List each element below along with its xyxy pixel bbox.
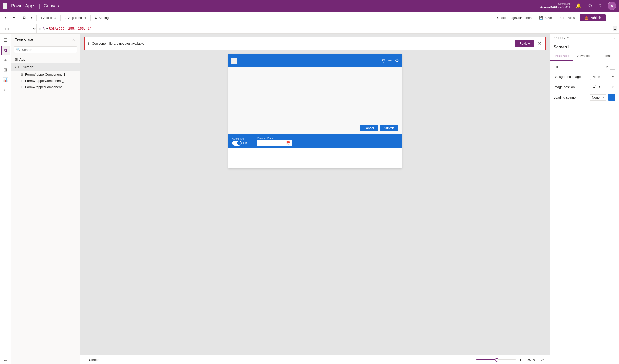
grid-icon[interactable]: ⊞ bbox=[3, 3, 7, 9]
more-options-button[interactable]: ⋯ bbox=[113, 14, 122, 22]
app-header: ← ▽ ✏ ⚙ bbox=[228, 54, 402, 67]
image-position-select[interactable]: 🖼 Fit bbox=[590, 84, 615, 90]
settings-button[interactable]: ⚙ Settings bbox=[93, 15, 112, 21]
autosave-toggle[interactable] bbox=[232, 141, 242, 146]
toolbar-more-button[interactable]: ⋯ bbox=[608, 14, 616, 22]
undo-chevron-button[interactable]: ▾ bbox=[11, 15, 17, 21]
formula-text[interactable]: RGBA(255, 255, 255, 1) bbox=[49, 27, 92, 30]
loading-spinner-select[interactable]: None bbox=[590, 94, 606, 101]
gear-icon[interactable]: ⚙ bbox=[395, 58, 399, 63]
right-panel-tabs: Properties Advanced Ideas bbox=[550, 51, 619, 61]
fx-chevron-icon[interactable]: ▾ bbox=[46, 27, 48, 30]
expand-icon[interactable]: ▾ bbox=[15, 66, 16, 68]
tree-item-app[interactable]: ⊞ App bbox=[11, 56, 80, 63]
loading-color-swatch[interactable] bbox=[608, 94, 615, 101]
left-icon-bar: ☰ ⧉ ＋ ⊞ 📊 ↔ ⊂ bbox=[0, 34, 11, 364]
property-selector[interactable]: Fill bbox=[2, 24, 37, 33]
fx-label: fx bbox=[43, 27, 45, 31]
screen1-more-button[interactable]: ⋯ bbox=[70, 64, 76, 70]
zoom-slider-thumb[interactable] bbox=[495, 358, 498, 362]
screen-status-name: Screen1 bbox=[89, 358, 101, 362]
help-icon[interactable]: ? bbox=[598, 2, 603, 10]
environment-name: AuroraBAPEnv0041f bbox=[540, 5, 570, 9]
bg-image-select[interactable]: None bbox=[590, 74, 615, 80]
filter-icon[interactable]: ▽ bbox=[382, 58, 385, 63]
tree-item-screen1[interactable]: ▾ ☐ Screen1 ⋯ bbox=[11, 63, 80, 71]
screen-icon: ☐ bbox=[18, 65, 21, 69]
autosave-field: AutoSave On bbox=[232, 137, 247, 146]
notification-icon[interactable]: 🔔 bbox=[575, 2, 582, 10]
copy-button[interactable]: ⧉ bbox=[21, 14, 28, 21]
panel-collapse-button[interactable]: › bbox=[614, 36, 615, 40]
layers-button[interactable]: ⧉ bbox=[1, 46, 10, 55]
search-input[interactable] bbox=[22, 48, 75, 52]
component-icon-2: ⊞ bbox=[21, 79, 24, 83]
app-submit-button[interactable]: Submit bbox=[380, 125, 398, 131]
review-button[interactable]: Review bbox=[515, 40, 534, 47]
tab-advanced[interactable]: Advanced bbox=[573, 51, 596, 61]
chevron-down-icon-2: ▾ bbox=[31, 16, 33, 20]
undo-button[interactable]: ↩ bbox=[3, 14, 10, 21]
toolbar: ↩ ▾ ⧉ ▾ + Add data ✓ App checker ⚙ Setti… bbox=[0, 12, 619, 24]
calendar-icon: 📅 bbox=[286, 141, 290, 145]
variables-button[interactable]: ⊂ bbox=[1, 355, 10, 364]
loading-spinner-row: Loading spinner None bbox=[554, 94, 615, 101]
canvas-area: ℹ Component library updates available Re… bbox=[80, 34, 550, 364]
date-input[interactable]: 📅 bbox=[257, 140, 292, 146]
tree-subitem-label-1: FormWrapperComponent_1 bbox=[25, 73, 65, 76]
app-back-button[interactable]: ← bbox=[231, 58, 237, 64]
app-subtitle: Canvas bbox=[44, 3, 59, 9]
connectors-button[interactable]: ↔ bbox=[1, 85, 10, 94]
zoom-level: 50 % bbox=[525, 358, 537, 362]
tree-items: ⊞ App ▾ ☐ Screen1 ⋯ ⊞ FormWrapperCompone… bbox=[11, 56, 80, 364]
right-panel-screen-name: Screen1 bbox=[550, 43, 619, 51]
data-button[interactable]: ⊞ bbox=[1, 65, 10, 74]
add-data-button[interactable]: + Add data bbox=[39, 15, 58, 21]
settings-label: Settings bbox=[99, 16, 110, 20]
tree-subitem-2[interactable]: ⊞ FormWrapperComponent_2 bbox=[11, 78, 80, 84]
zoom-out-button[interactable]: − bbox=[469, 357, 474, 363]
settings-icon[interactable]: ⚙ bbox=[587, 2, 593, 10]
canvas-frame-wrapper: ← ▽ ✏ ⚙ Cancel Submit AutoS bbox=[80, 52, 550, 355]
right-panel-header: SCREEN ? › bbox=[550, 34, 619, 43]
preview-button[interactable]: ▷ Preview bbox=[557, 15, 578, 21]
help-circle-button[interactable]: ? bbox=[567, 36, 569, 40]
insert-button[interactable]: ＋ bbox=[1, 56, 10, 64]
screen-status-icon: ☐ bbox=[84, 358, 87, 362]
equals-sign: = bbox=[39, 27, 41, 31]
fullscreen-button[interactable]: ⤢ bbox=[539, 357, 546, 363]
notification-close-button[interactable]: ✕ bbox=[537, 40, 542, 47]
bg-image-label: Background image bbox=[554, 75, 581, 79]
tree-close-button[interactable]: ✕ bbox=[71, 37, 76, 43]
bg-image-row: Background image None bbox=[554, 74, 615, 80]
tab-ideas[interactable]: Ideas bbox=[596, 51, 619, 61]
fill-color-swatch[interactable] bbox=[610, 65, 615, 70]
zoom-in-button[interactable]: + bbox=[518, 357, 523, 363]
settings-gear-icon: ⚙ bbox=[95, 16, 98, 20]
publish-button[interactable]: 📤 Publish bbox=[580, 14, 606, 21]
app-checker-button[interactable]: ✓ App checker bbox=[63, 15, 88, 21]
tab-properties[interactable]: Properties bbox=[550, 51, 573, 61]
environment-info: Environment AuroraBAPEnv0041f bbox=[540, 3, 570, 9]
fill-reset-button[interactable]: ↺ bbox=[606, 65, 609, 69]
tree-subitem-3[interactable]: ⊞ FormWrapperComponent_3 bbox=[11, 84, 80, 90]
menu-toggle-button[interactable]: ☰ bbox=[1, 36, 10, 45]
tree-title: Tree view bbox=[15, 38, 33, 42]
media-button[interactable]: 📊 bbox=[1, 75, 10, 84]
zoom-slider[interactable] bbox=[476, 359, 516, 360]
preview-icon: ▷ bbox=[560, 16, 562, 20]
autosave-label: AutoSave bbox=[232, 137, 247, 140]
zoom-slider-track bbox=[476, 359, 496, 360]
app-title: Power Apps bbox=[11, 3, 35, 9]
edit-icon[interactable]: ✏ bbox=[388, 58, 392, 63]
add-data-label: + Add data bbox=[41, 16, 56, 20]
tree-subitem-label-2: FormWrapperComponent_2 bbox=[25, 79, 65, 83]
user-avatar[interactable]: A bbox=[608, 2, 616, 10]
app-cancel-button[interactable]: Cancel bbox=[360, 125, 378, 131]
tree-subitem-1[interactable]: ⊞ FormWrapperComponent_1 bbox=[11, 71, 80, 78]
formula-expand-button[interactable]: ⌄ bbox=[613, 26, 617, 31]
copy-chevron-button[interactable]: ▾ bbox=[29, 15, 34, 21]
app-footer: Cancel Submit bbox=[228, 122, 402, 134]
tree-item-app-label: App bbox=[19, 58, 25, 61]
save-button[interactable]: 💾 Save bbox=[536, 15, 555, 21]
